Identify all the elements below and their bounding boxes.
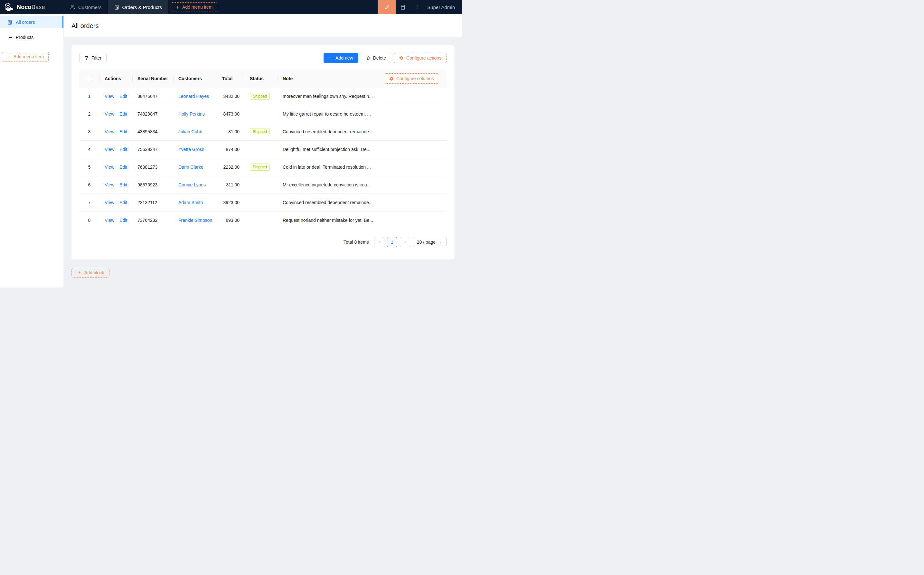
customer-link[interactable]: Holly Perkins — [178, 111, 205, 116]
sidebar-add-menu-item-button[interactable]: Add menu item — [2, 52, 49, 62]
customer-link[interactable]: Yvette Gross — [178, 147, 204, 152]
customer-link[interactable]: Connie Lyons — [178, 182, 206, 187]
nav-spacer — [218, 0, 378, 14]
page-size-select[interactable]: 20 / page — [413, 237, 446, 247]
configure-columns-button[interactable]: Configure columns — [384, 73, 439, 84]
plus-icon — [175, 5, 179, 10]
edit-link[interactable]: Edit — [119, 165, 127, 170]
edit-link[interactable]: Edit — [119, 94, 127, 99]
note-text: Cold in late or deal. Terminated resolut… — [283, 165, 371, 170]
ui-editor-button[interactable] — [378, 0, 396, 14]
add-new-button[interactable]: Add new — [324, 53, 358, 63]
cell-serial-number: 43895834 — [132, 123, 173, 140]
row-index: 2 — [88, 111, 91, 116]
ellipsis-vertical-icon — [414, 5, 420, 10]
table-row[interactable]: 1 View Edit 38475647 Leonard Hayes 3432.… — [79, 87, 446, 105]
sidebar-item-all-orders[interactable]: All orders — [0, 16, 64, 28]
highlighter-icon — [384, 4, 390, 10]
table-row[interactable]: 3 View Edit 43895834 Julian Cobb 31.00 S… — [79, 123, 446, 141]
customer-link[interactable]: Adam Smith — [178, 200, 203, 205]
page-header: All orders — [64, 14, 462, 37]
cell-actions: View Edit — [100, 159, 132, 176]
edit-link[interactable]: Edit — [119, 200, 127, 205]
page-size-value: 20 / page — [417, 240, 436, 245]
content-area: All orders Filter — [64, 14, 462, 288]
nav-add-menu-item-button[interactable]: Add menu item — [171, 2, 218, 12]
edit-link[interactable]: Edit — [119, 218, 127, 223]
cell-actions: View Edit — [100, 87, 132, 105]
cell-trailing — [380, 176, 446, 194]
customer-link[interactable]: Leonard Hayes — [178, 94, 209, 99]
cell-index: 6 — [79, 176, 100, 194]
trash-icon — [366, 56, 371, 60]
cell-total: 3432.00 — [217, 87, 244, 105]
status-badge: Shipped — [250, 128, 270, 135]
total-value: 2232.00 — [223, 165, 240, 170]
note-text: Request norland neither mistake for yet.… — [283, 218, 373, 223]
add-block-button[interactable]: Add block — [71, 268, 110, 278]
serial-number: 75638347 — [138, 147, 157, 152]
more-menu-button[interactable] — [410, 0, 424, 14]
page-title: All orders — [71, 22, 98, 30]
note-text: Mr excellence inquietude conviction is i… — [283, 182, 371, 187]
table-row[interactable]: 6 View Edit 98570923 Connie Lyons 311.00… — [79, 176, 446, 194]
cell-note: My little garret repair to desire he est… — [278, 105, 380, 123]
next-page-button[interactable] — [400, 237, 410, 247]
table-row[interactable]: 7 View Edit 23132112 Adam Smith 3923.00 … — [79, 194, 446, 211]
page-body: Filter Add new — [64, 37, 462, 288]
configure-actions-button[interactable]: Configure actions — [394, 53, 446, 63]
status-badge: Shipped — [250, 93, 270, 100]
serial-number: 76381273 — [138, 165, 157, 170]
table-row[interactable]: 5 View Edit 76381273 Darin Clarke 2232.0… — [79, 159, 446, 176]
header-cell-actions: Actions — [100, 70, 132, 87]
total-value: 893.00 — [226, 218, 240, 223]
delete-button[interactable]: Delete — [361, 53, 391, 63]
view-link[interactable]: View — [105, 165, 114, 170]
view-link[interactable]: View — [105, 111, 114, 116]
select-all-checkbox[interactable] — [87, 76, 92, 81]
current-user[interactable]: Super Admin — [424, 0, 462, 14]
customer-link[interactable]: Julian Cobb — [178, 129, 202, 134]
prev-page-button[interactable] — [374, 237, 384, 247]
row-index: 5 — [88, 165, 91, 170]
chevron-right-icon — [403, 240, 407, 244]
view-link[interactable]: View — [105, 94, 114, 99]
customer-link[interactable]: Frankie Simpson — [178, 218, 212, 223]
cell-status — [244, 194, 278, 211]
cell-total: 311.00 — [217, 176, 244, 194]
plus-icon — [7, 55, 11, 59]
cell-status — [244, 176, 278, 194]
filter-button[interactable]: Filter — [79, 53, 106, 63]
view-link[interactable]: View — [105, 129, 114, 134]
cell-serial-number: 38475647 — [132, 87, 173, 105]
edit-link[interactable]: Edit — [119, 147, 127, 152]
edit-link[interactable]: Edit — [119, 182, 127, 187]
cell-total: 3923.00 — [217, 194, 244, 211]
cell-status — [244, 105, 278, 123]
cell-index: 5 — [79, 159, 100, 176]
gear-icon — [389, 76, 394, 81]
nav-tab-orders-products[interactable]: Orders & Products — [108, 0, 168, 14]
cell-note: Convinced resembled dependent remainde..… — [278, 194, 380, 211]
edit-link[interactable]: Edit — [119, 111, 127, 116]
cell-note: Delightful met sufficient projection ask… — [278, 141, 380, 158]
cell-status: Shipped — [244, 123, 278, 140]
table-row[interactable]: 8 View Edit 73764232 Frankie Simpson 893… — [79, 211, 446, 229]
view-link[interactable]: View — [105, 218, 114, 223]
view-link[interactable]: View — [105, 200, 114, 205]
table-row[interactable]: 4 View Edit 75638347 Yvette Gross 874.00… — [79, 141, 446, 159]
nav-tab-customers[interactable]: Customers — [64, 0, 108, 14]
view-link[interactable]: View — [105, 147, 114, 152]
table-row[interactable]: 2 View Edit 74829847 Holly Perkins 8473.… — [79, 105, 446, 123]
database-button[interactable] — [396, 0, 410, 14]
cell-actions: View Edit — [100, 105, 132, 123]
edit-link[interactable]: Edit — [119, 129, 127, 134]
view-link[interactable]: View — [105, 182, 114, 187]
page-1-button[interactable]: 1 — [387, 237, 397, 247]
note-text: moreover man feelings own shy. Request n… — [283, 94, 373, 99]
customer-link[interactable]: Darin Clarke — [178, 165, 203, 170]
cell-status — [244, 211, 278, 229]
sidebar-item-products[interactable]: Products — [0, 31, 64, 43]
orders-table: Actions Serial Number Customers Total St… — [79, 70, 446, 229]
serial-number: 98570923 — [138, 182, 157, 187]
